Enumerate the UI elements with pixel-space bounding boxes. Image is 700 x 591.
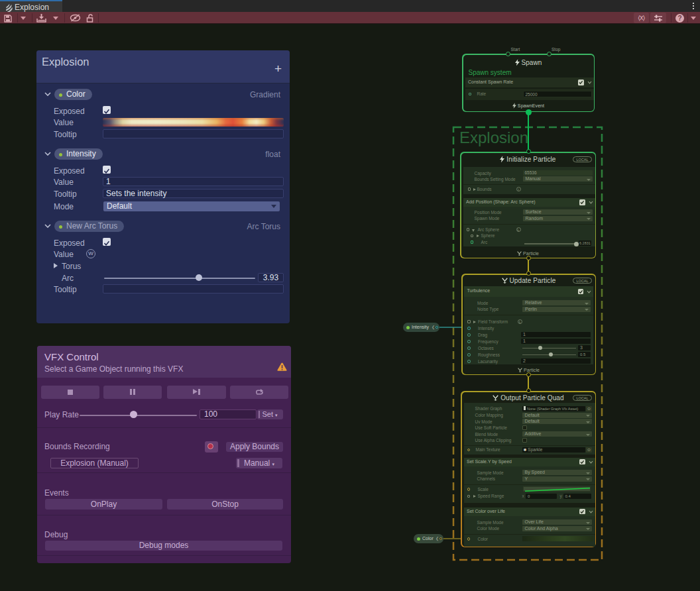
- svg-text:Explosion: Explosion: [459, 129, 528, 146]
